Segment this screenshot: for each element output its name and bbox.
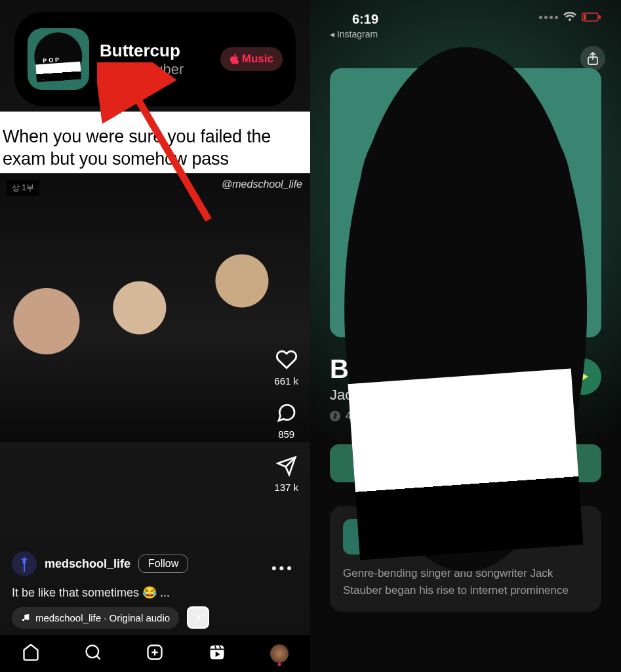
tab-profile[interactable] xyxy=(270,644,289,663)
svg-rect-6 xyxy=(210,646,224,660)
apple-icon xyxy=(230,54,239,64)
channel-badge: 상 1부 xyxy=(7,180,39,196)
svg-point-2 xyxy=(22,619,25,621)
like-count: 661 k xyxy=(274,375,298,387)
home-icon xyxy=(22,643,40,662)
tab-home[interactable] xyxy=(22,643,40,664)
follow-button[interactable]: Follow xyxy=(138,555,188,573)
comment-count: 859 xyxy=(278,429,294,440)
author-avatar[interactable] xyxy=(12,551,37,576)
artist-card[interactable]: PF Jack Stauber↗ POP Genre-bending singe… xyxy=(330,506,601,612)
svg-point-4 xyxy=(86,646,98,658)
reel-action-rail: 661 k 859 137 k xyxy=(274,348,298,493)
profile-avatar-icon xyxy=(270,644,289,663)
send-icon xyxy=(276,455,297,476)
instagram-reels-screen: When you were sure you failed the exam b… xyxy=(0,0,310,672)
svg-point-3 xyxy=(27,618,30,621)
audio-label: medschool_life · Original audio xyxy=(35,612,170,623)
music-note-icon xyxy=(21,613,30,622)
more-options[interactable]: ••• xyxy=(271,560,294,577)
shazam-result-popup[interactable]: POP FOOD Buttercup Jack Stauber Music xyxy=(14,12,296,106)
plus-square-icon xyxy=(146,643,164,662)
comment-icon xyxy=(276,402,297,423)
like-button[interactable]: 661 k xyxy=(274,348,298,387)
reel-caption[interactable]: It be like that sometimes 😂 ... xyxy=(12,585,251,600)
reels-icon xyxy=(208,643,226,662)
reel-top-caption: When you were sure you failed the exam b… xyxy=(0,112,310,180)
heart-icon xyxy=(275,348,298,371)
share-button[interactable]: 137 k xyxy=(274,454,298,493)
tab-search[interactable] xyxy=(84,643,102,664)
comment-button[interactable]: 859 xyxy=(275,401,298,440)
shazam-song-title: Buttercup xyxy=(100,41,210,61)
audio-thumb[interactable]: ⚕ xyxy=(187,606,209,629)
svg-rect-1 xyxy=(24,562,25,572)
share-count: 137 k xyxy=(274,482,298,493)
bottom-tab-bar xyxy=(0,635,310,672)
search-icon xyxy=(84,643,102,662)
watermark: @medschool_life xyxy=(222,178,302,190)
shazam-detail-screen: 6:19 ◂ Instagram POP FOOD Buttercup Jack… xyxy=(310,0,621,672)
artist-thumb: PF xyxy=(343,519,378,555)
tab-create[interactable] xyxy=(146,643,164,664)
tab-reels[interactable] xyxy=(208,643,226,664)
apple-music-label: Music xyxy=(242,52,273,66)
shazam-song-artist: Jack Stauber xyxy=(100,61,210,78)
audio-pill[interactable]: medschool_life · Original audio xyxy=(12,607,179,629)
author-username[interactable]: medschool_life xyxy=(45,557,130,571)
reel-video[interactable]: @medschool_life 상 1부 xyxy=(0,173,310,442)
shazam-album-art: POP FOOD xyxy=(28,28,89,90)
apple-music-button[interactable]: Music xyxy=(220,47,283,71)
reel-info-overlay: medschool_life Follow It be like that so… xyxy=(12,551,251,600)
